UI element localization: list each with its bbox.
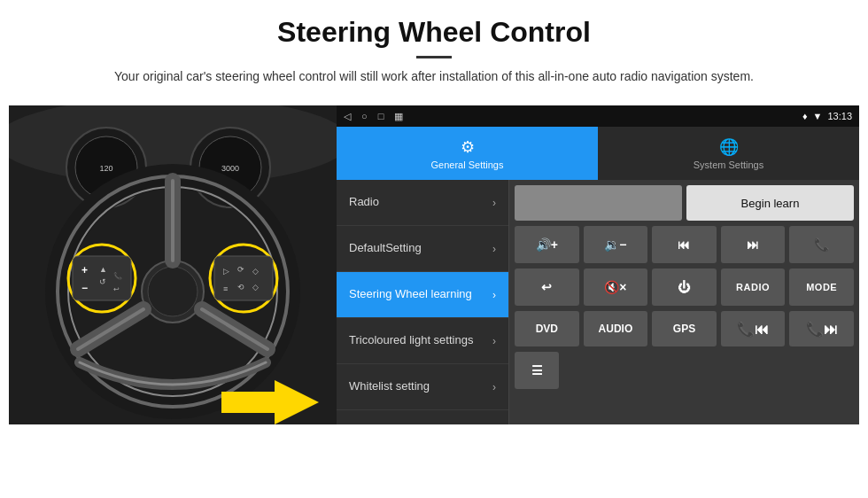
location-icon: ♦ bbox=[802, 111, 808, 121]
menu-tricoloured-label: Tricoloured light settings bbox=[349, 333, 492, 348]
time-display: 13:13 bbox=[827, 111, 852, 121]
recents-icon: □ bbox=[378, 111, 384, 122]
gps-button[interactable]: GPS bbox=[652, 311, 717, 346]
mute-button[interactable]: 🔇× bbox=[584, 268, 648, 306]
mode-button[interactable]: MODE bbox=[789, 268, 854, 306]
menu-icon: ▦ bbox=[394, 111, 403, 122]
status-bar: ◁ ○ □ ▦ ♦ ▼ 13:13 bbox=[337, 105, 859, 127]
svg-text:↩: ↩ bbox=[113, 285, 120, 293]
controls-row-2: ↩ 🔇× ⏻ RADIO MODE bbox=[515, 268, 854, 306]
general-settings-icon: ⚙ bbox=[461, 137, 475, 157]
svg-rect-29 bbox=[214, 256, 273, 300]
svg-text:⟲: ⟲ bbox=[237, 283, 244, 292]
learn-input-blank bbox=[515, 185, 682, 221]
back-icon: ◁ bbox=[344, 111, 351, 122]
menu-default-arrow: › bbox=[492, 243, 496, 255]
begin-learn-row: Begin learn bbox=[515, 185, 854, 221]
subtitle: Your original car's steering wheel contr… bbox=[89, 67, 779, 86]
header-section: Steering Wheel Control Your original car… bbox=[0, 0, 868, 93]
svg-text:⟳: ⟳ bbox=[237, 265, 244, 274]
tel-next-button[interactable]: 📞⏭ bbox=[789, 311, 854, 346]
menu-radio-arrow: › bbox=[492, 197, 496, 209]
controls-area: Begin learn 🔊+ 🔉− ⏮ ⏭ 📞 ↩ 🔇× ⏻ bbox=[509, 180, 859, 424]
content-area: 120 3000 bbox=[9, 105, 859, 424]
page-wrapper: Steering Wheel Control Your original car… bbox=[0, 0, 868, 498]
svg-rect-37 bbox=[221, 392, 276, 413]
status-right: ♦ ▼ 13:13 bbox=[802, 111, 852, 121]
menu-list: Radio › DefaultSetting › Steering Wheel … bbox=[337, 180, 509, 424]
hang-up-button[interactable]: ↩ bbox=[515, 268, 579, 306]
svg-text:◇: ◇ bbox=[252, 267, 259, 276]
svg-text:↺: ↺ bbox=[99, 277, 106, 286]
menu-item-default[interactable]: DefaultSetting › bbox=[337, 226, 508, 272]
vol-down-button[interactable]: 🔉− bbox=[584, 226, 648, 263]
menu-item-radio[interactable]: Radio › bbox=[337, 180, 508, 226]
status-icons: ◁ ○ □ ▦ bbox=[344, 111, 403, 122]
menu-whitelist-arrow: › bbox=[492, 381, 496, 393]
title-divider bbox=[416, 56, 452, 58]
system-settings-icon: 🌐 bbox=[719, 137, 739, 157]
menu-steering-arrow: › bbox=[492, 289, 496, 301]
prev-track-button[interactable]: ⏮ bbox=[652, 226, 717, 263]
tel-prev-button[interactable]: 📞⏮ bbox=[721, 311, 786, 346]
controls-row-3: DVD AUDIO GPS 📞⏮ 📞⏭ bbox=[515, 311, 854, 346]
svg-text:◇: ◇ bbox=[252, 283, 259, 292]
menu-item-tricoloured[interactable]: Tricoloured light settings › bbox=[337, 318, 508, 364]
svg-text:−: − bbox=[81, 282, 88, 294]
android-panel: ◁ ○ □ ▦ ♦ ▼ 13:13 ⚙ General Settings bbox=[337, 105, 859, 424]
svg-text:▷: ▷ bbox=[223, 267, 229, 276]
menu-radio-label: Radio bbox=[349, 195, 492, 210]
next-track-button[interactable]: ⏭ bbox=[721, 226, 786, 263]
steering-wheel-image: 120 3000 bbox=[9, 105, 337, 424]
svg-text:3000: 3000 bbox=[221, 164, 239, 173]
power-button[interactable]: ⏻ bbox=[652, 268, 717, 306]
begin-learn-button[interactable]: Begin learn bbox=[686, 185, 854, 221]
audio-button[interactable]: AUDIO bbox=[584, 311, 648, 346]
menu-tricoloured-arrow: › bbox=[492, 335, 496, 347]
main-content: Radio › DefaultSetting › Steering Wheel … bbox=[337, 180, 859, 424]
controls-row-4: ☰ bbox=[515, 352, 854, 389]
page-title: Steering Wheel Control bbox=[53, 16, 815, 49]
tab-system[interactable]: 🌐 System Settings bbox=[598, 127, 859, 180]
tab-general-label: General Settings bbox=[431, 160, 504, 170]
svg-text:120: 120 bbox=[99, 164, 112, 173]
phone-button[interactable]: 📞 bbox=[789, 226, 854, 263]
svg-text:▲: ▲ bbox=[99, 265, 107, 274]
menu-item-steering[interactable]: Steering Wheel learning › bbox=[337, 272, 508, 318]
tab-bar: ⚙ General Settings 🌐 System Settings bbox=[337, 127, 859, 180]
tab-system-label: System Settings bbox=[694, 160, 763, 170]
home-icon: ○ bbox=[361, 111, 368, 122]
tab-general[interactable]: ⚙ General Settings bbox=[337, 127, 598, 180]
svg-text:📞: 📞 bbox=[113, 271, 122, 280]
dvd-button[interactable]: DVD bbox=[515, 311, 579, 346]
menu-item-whitelist[interactable]: Whitelist setting › bbox=[337, 364, 508, 410]
svg-text:+: + bbox=[81, 264, 88, 276]
svg-point-13 bbox=[148, 267, 198, 316]
menu-default-label: DefaultSetting bbox=[349, 241, 492, 256]
steering-wheel-svg: 120 3000 bbox=[9, 105, 337, 424]
signal-icon: ▼ bbox=[813, 111, 823, 121]
radio-button[interactable]: RADIO bbox=[721, 268, 786, 306]
menu-steering-label: Steering Wheel learning bbox=[349, 287, 492, 302]
svg-text:≡: ≡ bbox=[223, 284, 228, 293]
menu-whitelist-label: Whitelist setting bbox=[349, 379, 492, 394]
list-icon-button[interactable]: ☰ bbox=[515, 352, 559, 389]
vol-up-button[interactable]: 🔊+ bbox=[515, 226, 579, 263]
controls-row-1: 🔊+ 🔉− ⏮ ⏭ 📞 bbox=[515, 226, 854, 263]
